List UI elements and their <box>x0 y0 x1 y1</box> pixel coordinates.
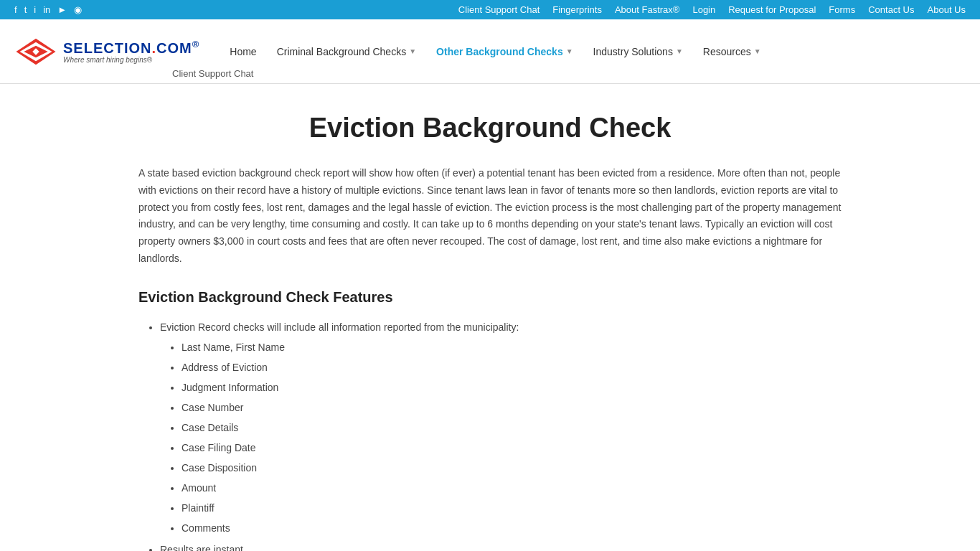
forms-link[interactable]: Forms <box>829 4 855 15</box>
logo-diamond-icon <box>14 37 57 66</box>
main-navigation: SELECTION.COM® Where smart hiring begins… <box>0 19 980 84</box>
fingerprints-link[interactable]: Fingerprints <box>552 4 602 15</box>
page-title-section: Eviction Background Check <box>0 84 980 158</box>
about-us-link[interactable]: About Us <box>928 4 966 15</box>
list-item-results-instant: Results are instant. <box>160 540 842 551</box>
nav-criminal-background-checks[interactable]: Criminal Background Checks ▼ <box>268 40 425 63</box>
chevron-down-icon: ▼ <box>409 47 416 55</box>
list-item: Case Disposition <box>182 458 842 478</box>
logo-area: SELECTION.COM® Where smart hiring begins… <box>14 37 199 66</box>
chevron-down-icon: ▼ <box>754 47 761 55</box>
intro-paragraph: A state based eviction background check … <box>138 165 842 268</box>
client-support-chat-below: Client Support Chat <box>172 68 253 79</box>
nav-home[interactable]: Home <box>221 40 265 63</box>
list-item: Last Name, First Name <box>182 337 842 357</box>
features-list: Eviction Record checks will include all … <box>138 317 842 551</box>
logo-graphic: SELECTION.COM® Where smart hiring begins… <box>14 37 199 66</box>
main-content: A state based eviction background check … <box>95 158 885 551</box>
sub-items-list: Last Name, First Name Address of Evictio… <box>160 337 842 538</box>
chevron-down-icon: ▼ <box>566 47 573 55</box>
list-item: Address of Eviction <box>182 357 842 377</box>
logo-name: SELECTION.COM® <box>63 39 199 57</box>
nav-industry-solutions[interactable]: Industry Solutions ▼ <box>585 40 692 63</box>
list-item: Case Number <box>182 397 842 418</box>
chevron-down-icon: ▼ <box>676 47 683 55</box>
list-item: Case Filing Date <box>182 438 842 458</box>
nav-other-background-checks[interactable]: Other Background Checks ▼ <box>428 40 582 63</box>
main-bullet-text: Eviction Record checks will include all … <box>160 321 519 333</box>
list-item-main-bullet: Eviction Record checks will include all … <box>160 317 842 538</box>
login-link[interactable]: Login <box>692 4 715 15</box>
list-item: Amount <box>182 478 842 498</box>
logo-tagline: Where smart hiring begins® <box>63 56 199 64</box>
contact-us-link[interactable]: Contact Us <box>868 4 914 15</box>
client-support-chat-link[interactable]: Client Support Chat <box>458 4 540 15</box>
request-proposal-link[interactable]: Request for Proposal <box>728 4 816 15</box>
facebook-icon[interactable]: f <box>14 4 17 15</box>
rss-icon[interactable]: ◉ <box>74 4 82 15</box>
top-links-group: Client Support Chat Fingerprints About F… <box>458 4 966 15</box>
nav-resources[interactable]: Resources ▼ <box>694 40 770 63</box>
linkedin-icon[interactable]: in <box>43 4 50 15</box>
list-item: Case Details <box>182 418 842 438</box>
youtube-icon[interactable]: ► <box>57 4 67 15</box>
page-title: Eviction Background Check <box>14 113 966 143</box>
list-item: Plaintiff <box>182 498 842 518</box>
instagram-icon[interactable]: i <box>34 4 36 15</box>
features-heading: Eviction Background Check Features <box>138 289 842 306</box>
twitter-icon[interactable]: t <box>24 4 27 15</box>
logo-text: SELECTION.COM® Where smart hiring begins… <box>63 39 199 65</box>
list-item: Comments <box>182 518 842 538</box>
nav-items-group: Home Criminal Background Checks ▼ Other … <box>221 40 966 63</box>
about-fastrax-link[interactable]: About Fastrax® <box>615 4 680 15</box>
list-item: Judgment Information <box>182 377 842 397</box>
social-icons-group: f t i in ► ◉ <box>14 4 82 15</box>
top-utility-bar: f t i in ► ◉ Client Support Chat Fingerp… <box>0 0 980 19</box>
